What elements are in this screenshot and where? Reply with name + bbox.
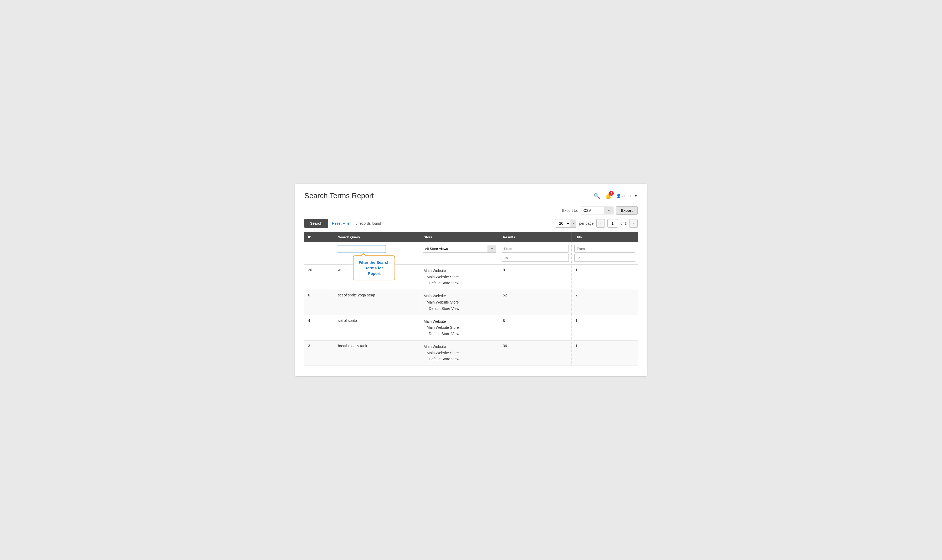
- search-terms-table: ID ↑ Search Query Store Results Hits: [304, 232, 638, 366]
- col-store-label: Store: [424, 235, 433, 239]
- pagination-page-input[interactable]: [607, 219, 618, 228]
- table-row: 20 watch Main Website Main Website Store…: [304, 265, 638, 289]
- col-query-label: Search Query: [338, 235, 360, 239]
- page-title: Search Terms Report: [304, 192, 374, 200]
- per-page-arrow-icon: ▾: [570, 220, 576, 227]
- col-header-store[interactable]: Store: [420, 232, 499, 242]
- pagination-controls: 20 ▾ per page ‹ of 1 ›: [555, 219, 638, 228]
- filter-row: Filter the Search Terms for Report All S…: [304, 242, 638, 265]
- export-row: Export to: CSV ▼ Export: [304, 206, 638, 215]
- store-filter-select[interactable]: All Store Views: [423, 245, 488, 252]
- hits-filter-range: [574, 245, 635, 262]
- col-header-results[interactable]: Results: [499, 232, 572, 242]
- cell-id: 6: [304, 290, 334, 315]
- filter-cell-store: All Store Views ▼: [420, 242, 499, 265]
- global-search-button[interactable]: 🔍: [594, 192, 600, 199]
- cell-results: 9: [499, 265, 572, 289]
- cell-query: breathe easy tank: [334, 340, 420, 366]
- filter-cell-hits: [572, 242, 638, 265]
- table-row: 6 set of sprite yoga strap Main Website …: [304, 290, 638, 315]
- cell-hits: 7: [572, 290, 638, 315]
- user-dropdown-arrow: ▼: [634, 194, 638, 198]
- table-header-row: ID ↑ Search Query Store Results Hits: [304, 232, 638, 242]
- records-found-label: 5 records found: [356, 221, 381, 225]
- filter-cell-id: [304, 242, 334, 265]
- toolbar: Search Reset Filter 5 records found 20 ▾…: [304, 219, 638, 228]
- cell-store: Main Website Main Website Store Default …: [420, 265, 499, 289]
- query-filter-callout-wrap: Filter the Search Terms for Report: [337, 245, 386, 253]
- col-hits-label: Hits: [575, 235, 582, 239]
- export-select-arrow-icon: ▼: [605, 207, 613, 214]
- cell-hits: 1: [572, 315, 638, 340]
- results-from-input[interactable]: [502, 245, 569, 252]
- user-menu-button[interactable]: 👤 admin ▼: [616, 194, 638, 198]
- hits-to-input[interactable]: [574, 254, 635, 262]
- query-filter-input[interactable]: [337, 245, 386, 253]
- search-button[interactable]: Search: [304, 219, 328, 228]
- export-label: Export to:: [562, 208, 578, 212]
- hits-from-input[interactable]: [574, 245, 635, 252]
- col-id-label: ID: [308, 235, 311, 239]
- cell-query: set of sprite yoga strap: [334, 290, 420, 315]
- notification-badge: 5: [609, 191, 614, 196]
- export-button[interactable]: Export: [616, 206, 638, 215]
- cell-query: watch: [334, 265, 420, 289]
- filter-cell-results: [499, 242, 572, 265]
- user-icon: 👤: [616, 194, 621, 198]
- col-header-query[interactable]: Search Query: [334, 232, 420, 242]
- export-format-select[interactable]: CSV: [581, 207, 605, 214]
- cell-store: Main Website Main Website Store Default …: [420, 315, 499, 340]
- cell-hits: 1: [572, 340, 638, 366]
- user-name-label: admin: [622, 194, 633, 198]
- page-header: Search Terms Report 🔍 🔔 5 👤 admin ▼: [304, 192, 638, 200]
- export-format-select-wrap: CSV ▼: [580, 206, 613, 214]
- cell-store: Main Website Main Website Store Default …: [420, 340, 499, 366]
- reset-filter-button[interactable]: Reset Filter: [332, 221, 351, 225]
- pagination-prev-button[interactable]: ‹: [596, 219, 605, 228]
- cell-store: Main Website Main Website Store Default …: [420, 290, 499, 315]
- pagination-of-label: of 1: [620, 221, 626, 225]
- per-page-select[interactable]: 20: [556, 219, 570, 227]
- store-select-arrow-icon: ▼: [488, 245, 496, 252]
- cell-id: 20: [304, 265, 334, 289]
- main-container: Search Terms Report 🔍 🔔 5 👤 admin ▼ Expo…: [295, 184, 647, 377]
- filter-cell-query: Filter the Search Terms for Report: [334, 242, 420, 265]
- cell-id: 4: [304, 315, 334, 340]
- col-header-id[interactable]: ID ↑: [304, 232, 334, 242]
- cell-results: 36: [499, 340, 572, 366]
- header-actions: 🔍 🔔 5 👤 admin ▼: [594, 192, 638, 199]
- results-to-input[interactable]: [502, 254, 569, 262]
- results-filter-range: [502, 245, 569, 262]
- notification-button[interactable]: 🔔 5: [605, 192, 612, 199]
- pagination-next-button[interactable]: ›: [629, 219, 638, 228]
- table-wrap: ID ↑ Search Query Store Results Hits: [304, 232, 638, 366]
- cell-results: 8: [499, 315, 572, 340]
- cell-id: 3: [304, 340, 334, 366]
- search-icon: 🔍: [594, 193, 600, 198]
- cell-query: set of sprite: [334, 315, 420, 340]
- sort-arrow-icon: ↑: [314, 236, 315, 239]
- col-results-label: Results: [503, 235, 515, 239]
- per-page-select-wrap: 20 ▾: [555, 219, 576, 228]
- cell-hits: 1: [572, 265, 638, 289]
- table-row: 4 set of sprite Main Website Main Websit…: [304, 315, 638, 340]
- per-page-label: per page: [579, 221, 594, 225]
- cell-results: 52: [499, 290, 572, 315]
- store-filter-select-wrap: All Store Views ▼: [423, 245, 496, 252]
- col-header-hits[interactable]: Hits: [572, 232, 638, 242]
- table-row: 3 breathe easy tank Main Website Main We…: [304, 340, 638, 366]
